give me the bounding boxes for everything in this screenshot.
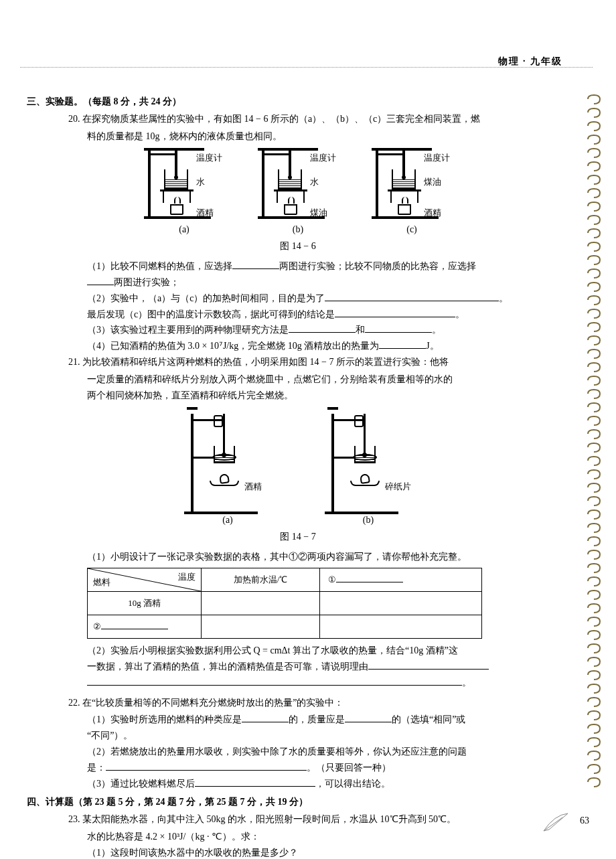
q21-p1: （1）小明设计了一张记录实验数据的表格，其中①②两项内容漏写了，请你帮他补充完整…	[27, 549, 569, 565]
text: 最后发现（c）图中的温度计示数较高，据此可得到的结论是	[87, 309, 335, 319]
sub-b: (b)	[251, 222, 345, 238]
table-cell	[320, 592, 482, 615]
q22-p1d: “不同”）。	[27, 728, 569, 744]
table-cell	[320, 615, 482, 639]
q21-l3: 两个相同烧杯加热，直至酒精和碎纸片完全燃烧。	[27, 388, 569, 404]
table-col2: 加热前水温/℃	[202, 568, 320, 591]
table-r2c1: 10g 酒精	[88, 592, 202, 615]
blank	[336, 573, 403, 582]
text: 是：	[87, 763, 106, 773]
q22-stem: 22. 在“比较质量相等的不同燃料充分燃烧时放出的热量”的实验中：	[27, 695, 569, 711]
text: 的（选填“相同”或	[392, 714, 465, 724]
text: 和	[356, 325, 365, 335]
q20-l2: 料的质量都是 10g，烧杯内的液体质量也相同。	[27, 129, 569, 145]
page-content: 三、实验题。（每题 8 分，共 24 分） 20. 在探究物质某些属性的实验中，…	[27, 94, 569, 859]
q23-l1: 某太阳能热水器，向其中注入 50kg 的水，阳光照射一段时间后，水温从 10℃升…	[82, 814, 456, 824]
circled-1: ①	[328, 574, 336, 584]
svg-line-1	[544, 817, 562, 831]
q20-p2: （2）实验中，（a）与（c）的加热时间相同，目的是为了。	[27, 291, 569, 307]
q23-l2: 水的比热容是 4.2 × 10³J/（kg · ℃）。求：	[27, 829, 569, 845]
q21-l2: 一定质量的酒精和碎纸片分别放入两个燃烧皿中，点燃它们，分别给装有质量相等的水的	[27, 372, 569, 388]
blank	[368, 659, 489, 670]
text: ，可以得出结论。	[315, 779, 390, 789]
label-liquid: 水	[310, 175, 319, 189]
section-4-title: 四、计算题（第 23 题 5 分，第 24 题 7 分，第 25 题 7 分，共…	[27, 794, 569, 810]
page-number: 63	[580, 813, 589, 829]
sub-2a: (a)	[177, 512, 278, 528]
header-divider	[20, 67, 593, 68]
label-fuel-a: 酒精	[244, 479, 262, 494]
blank	[87, 675, 462, 685]
diag-top: 温度	[178, 570, 196, 584]
table-cell	[202, 592, 320, 615]
table-r3c1: ②	[88, 615, 202, 639]
text: （2）实验中，（a）与（c）的加热时间相同，目的是为了	[87, 293, 325, 303]
figure-14-7-caption: 图 14 − 7	[27, 529, 569, 545]
blank	[106, 760, 307, 770]
text: （1）比较不同燃料的热值，应选择	[87, 261, 232, 271]
text: （3）通过比较燃料燃尽后	[87, 779, 195, 789]
label-thermometer: 温度计	[424, 151, 450, 165]
text: 。	[462, 678, 471, 688]
label-thermometer: 温度计	[310, 151, 336, 165]
q20-p1-cont: 两图进行实验；	[27, 275, 569, 291]
text: （4）已知酒精的热值为 3.0 × 10⁷J/kg，完全燃烧 10g 酒精放出的…	[87, 341, 379, 351]
text: 。	[499, 293, 508, 303]
q22-num: 22.	[68, 698, 80, 708]
feather-icon	[542, 812, 569, 832]
blank	[289, 323, 356, 333]
blank	[345, 712, 392, 722]
blank	[101, 620, 168, 629]
q22-p3: （3）通过比较燃料燃尽后，可以得出结论。	[27, 776, 569, 792]
q21-l1: 为比较酒精和碎纸片这两种燃料的热值，小明采用如图 14 − 7 所示的装置进行实…	[82, 357, 449, 367]
figure-14-7: 酒精 (a) 碎纸片 (b)	[27, 407, 569, 514]
text: 两图进行实验；比较不同物质的比热容，应选择	[279, 261, 476, 271]
q20-p4: （4）已知酒精的热值为 3.0 × 10⁷J/kg，完全燃烧 10g 酒精放出的…	[27, 338, 569, 354]
text: 。	[455, 309, 465, 319]
sub-2b: (b)	[318, 512, 418, 528]
q21-p2c: 。	[27, 675, 569, 691]
q23-stem: 23. 某太阳能热水器，向其中注入 50kg 的水，阳光照射一段时间后，水温从 …	[27, 811, 569, 828]
q22-p2b: 是：。（只要回答一种）	[27, 760, 569, 776]
blank	[242, 712, 289, 722]
text: 两图进行实验；	[114, 277, 179, 287]
text: J。	[426, 341, 439, 351]
table-cell	[202, 615, 320, 639]
q22-p1: （1）实验时所选用的燃料的种类应是的，质量应是的（选填“相同”或	[27, 712, 569, 728]
q23-p1: （1）这段时间该热水器中的水吸收的热量是多少？	[27, 845, 569, 859]
diag-left: 燃料	[93, 575, 110, 590]
circled-2: ②	[93, 621, 101, 631]
q21-num: 21.	[68, 357, 80, 367]
sub-c: (c)	[365, 222, 459, 238]
q23-num: 23.	[68, 814, 80, 824]
q21-p2b: 一数据，算出了酒精的热值，算出的酒精热值是否可靠，请说明理由	[27, 659, 569, 675]
section-3-title: 三、实验题。（每题 8 分，共 24 分）	[27, 94, 569, 110]
label-fuel-b: 碎纸片	[385, 479, 411, 494]
q22-p2a: （2）若燃烧放出的热量用水吸收，则实验中除了水的质量要相等外，你认为还应注意的问…	[27, 744, 569, 760]
q20-p2b: 最后发现（c）图中的温度计示数较高，据此可得到的结论是。	[27, 307, 569, 323]
blank	[87, 275, 114, 285]
apparatus-a: 温度计 水 酒精 (a)	[137, 148, 231, 225]
label-thermometer: 温度计	[196, 151, 222, 165]
q20-p1: （1）比较不同燃料的热值，应选择两图进行实验；比较不同物质的比热容，应选择	[27, 258, 569, 275]
q20-l1: 在探究物质某些属性的实验中，有如图 14 − 6 所示的（a）、（b）、（c）三…	[82, 114, 480, 124]
text: （1）实验时所选用的燃料的种类应是	[87, 714, 242, 724]
blank	[365, 323, 432, 333]
apparatus-c: 温度计 煤油 酒精 (c)	[365, 148, 459, 225]
sub-a: (a)	[137, 222, 231, 238]
label-fuel: 煤油	[310, 206, 327, 220]
text: 一数据，算出了酒精的热值，算出的酒精热值是否可靠，请说明理由	[87, 661, 368, 672]
q20-stem: 20. 在探究物质某些属性的实验中，有如图 14 − 6 所示的（a）、（b）、…	[27, 111, 569, 127]
q20-num: 20.	[68, 114, 80, 124]
blank	[232, 259, 279, 269]
text: （2）实验后小明根据实验数据利用公式 Q = cmΔt 算出了水吸收的热量，结合…	[87, 645, 458, 655]
table-col3: ①	[320, 568, 482, 591]
label-liquid: 水	[196, 175, 205, 189]
text: 。（只要回答一种）	[307, 763, 391, 773]
label-fuel: 酒精	[424, 206, 441, 220]
q21-table: 温度 燃料 加热前水温/℃ ① 10g 酒精 ②	[87, 568, 482, 639]
blank	[195, 776, 315, 786]
q21-stem: 21. 为比较酒精和碎纸片这两种燃料的热值，小明采用如图 14 − 7 所示的装…	[27, 354, 569, 370]
label-fuel: 酒精	[196, 206, 214, 220]
text: 的，质量应是	[289, 714, 345, 724]
